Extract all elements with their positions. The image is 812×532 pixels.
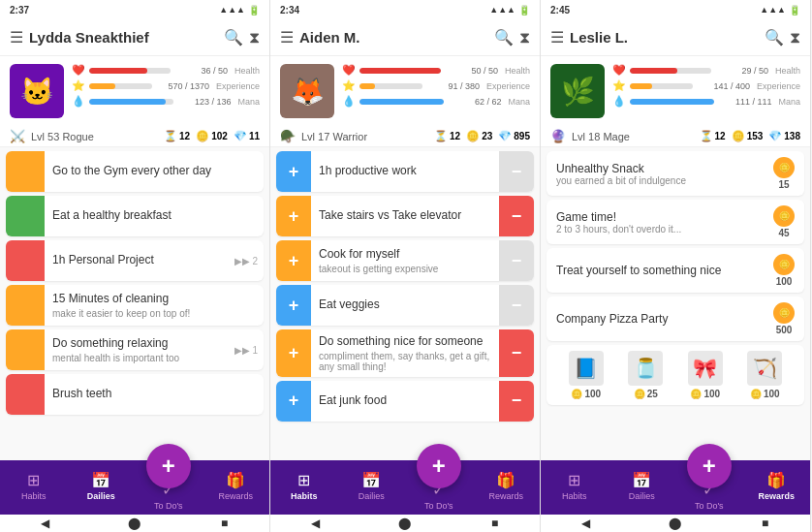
nav-item-rewards[interactable]: 🎁 Rewards	[743, 471, 811, 505]
bottom-nav: ⊞ Habits 📅 Dailies + ✓ To Do's 🎁 Rewards	[270, 460, 540, 515]
habit-minus-1[interactable]: −	[499, 196, 534, 236]
task-item-2[interactable]: 1h Personal Project ▶▶ 2	[6, 240, 264, 281]
bottom-nav: ⊞ Habits 📅 Dailies + ✓ To Do's 🎁 Rewards	[0, 460, 269, 515]
search-icon[interactable]: 🔍	[224, 28, 243, 47]
task-item-4[interactable]: Do something relaxing mental health is i…	[6, 329, 264, 370]
task-item-1[interactable]: Eat a healthy breakfast	[6, 196, 264, 236]
health-icon: ❤️	[72, 64, 85, 77]
task-title-3: 15 Minutes of cleaning	[52, 292, 256, 307]
character-stats: ❤️ 36 / 50 Health ⭐ 570 / 1370 Experienc…	[72, 64, 260, 108]
task-checkbox-0[interactable]	[6, 151, 45, 192]
task-checkbox-2[interactable]	[6, 240, 45, 281]
level-row: 🪖 Lvl 17 Warrior ⏳ 12 🪙 23 💎 895	[270, 126, 540, 147]
fab-plus-icon: +	[703, 453, 716, 480]
habit-plus-0[interactable]: +	[276, 151, 311, 192]
fab-plus-icon: +	[432, 453, 446, 480]
fab-button[interactable]: +	[417, 444, 461, 488]
home-indicator: ◀ ⬤ ■	[0, 515, 269, 532]
task-checkbox-1[interactable]	[6, 196, 45, 236]
habit-content-1: Take stairs vs Take elevator	[311, 196, 499, 236]
reward-coin-icon-2: 🪙	[773, 254, 795, 275]
nav-item-rewards[interactable]: 🎁 Rewards	[203, 471, 270, 505]
task-item-0[interactable]: Go to the Gym every other day	[6, 151, 264, 192]
task-content-0: Go to the Gym every other day	[45, 151, 264, 192]
habit-plus-5[interactable]: +	[276, 381, 311, 422]
fab-button[interactable]: +	[687, 444, 732, 488]
task-checkbox-4[interactable]	[6, 329, 45, 370]
exp-text: Experience	[216, 81, 260, 91]
health-icon: ❤️	[342, 64, 356, 77]
recents-button[interactable]: ■	[485, 514, 505, 532]
nav-item-rewards[interactable]: 🎁 Rewards	[473, 471, 541, 505]
filter-icon[interactable]: ⧗	[519, 29, 530, 47]
menu-icon[interactable]: ☰	[10, 28, 23, 47]
habit-content-0: 1h productive work	[311, 151, 499, 192]
reward-cost-1: 🪙 45	[773, 205, 795, 238]
menu-icon[interactable]: ☰	[550, 28, 564, 47]
reward-cost-2: 🪙 100	[773, 254, 795, 287]
nav-item-dailies[interactable]: 📅 Dailies	[609, 471, 676, 505]
nav-icon-3: 🎁	[766, 471, 786, 489]
nav-item-habits[interactable]: ⊞ Habits	[270, 471, 338, 505]
reward-item-3[interactable]: Company Pizza Party 🪙 500	[547, 297, 804, 341]
back-button[interactable]: ◀	[576, 514, 595, 532]
habit-plus-3[interactable]: +	[276, 285, 311, 326]
character-stats: ❤️ 29 / 50 Health ⭐ 141 / 400 Experience	[612, 64, 800, 108]
search-icon[interactable]: 🔍	[765, 28, 784, 47]
home-button[interactable]: ⬤	[395, 514, 415, 532]
currency-icon-0: ⏳	[434, 130, 448, 142]
currency-icon-1: 🪙	[732, 130, 745, 142]
exp-bar	[89, 83, 115, 89]
reward-item-1[interactable]: Game time! 2 to 3 hours, don't overdo it…	[547, 200, 804, 244]
task-checkbox-5[interactable]	[6, 374, 45, 415]
home-button[interactable]: ⬤	[666, 514, 685, 532]
home-indicator: ◀ ⬤ ■	[270, 515, 540, 532]
nav-item-habits[interactable]: ⊞ Habits	[0, 471, 68, 505]
equip-item-1[interactable]: 🫙 🪙 25	[628, 351, 663, 399]
habit-minus-2[interactable]: −	[499, 240, 534, 281]
habit-plus-2[interactable]: +	[276, 240, 311, 281]
reward-item-0[interactable]: Unhealthy Snack you earned a bit of indu…	[547, 151, 804, 196]
recents-button[interactable]: ■	[215, 514, 234, 532]
exp-bar	[630, 83, 652, 89]
menu-icon[interactable]: ☰	[280, 28, 294, 47]
habit-minus-4[interactable]: −	[499, 329, 534, 377]
equip-icon-3: 🏹	[747, 351, 782, 386]
habit-minus-3[interactable]: −	[499, 285, 534, 326]
reward-coin-icon-0: 🪙	[773, 157, 795, 178]
nav-item-dailies[interactable]: 📅 Dailies	[68, 471, 136, 505]
habit-minus-0[interactable]: −	[499, 151, 534, 192]
habit-minus-5[interactable]: −	[499, 381, 534, 422]
habit-content-4: Do something nice for someone compliment…	[311, 329, 499, 377]
currency-item-0: ⏳ 12	[164, 130, 190, 142]
task-item-5[interactable]: Brush teeth	[6, 374, 264, 415]
nav-item-dailies[interactable]: 📅 Dailies	[338, 471, 406, 505]
task-checkbox-3[interactable]	[6, 285, 45, 326]
fab-button[interactable]: +	[146, 444, 191, 488]
reward-item-2[interactable]: Treat yourself to something nice 🪙 100	[547, 248, 804, 293]
mana-row: 💧 123 / 136 Mana	[72, 95, 260, 108]
mana-bar	[630, 99, 714, 105]
mana-bar-container	[630, 99, 714, 105]
avatar-image: 🦊	[280, 64, 334, 118]
search-icon[interactable]: 🔍	[494, 28, 514, 47]
home-button[interactable]: ⬤	[125, 514, 144, 532]
back-button[interactable]: ◀	[35, 514, 54, 532]
nav-item-habits[interactable]: ⊞ Habits	[541, 471, 609, 505]
recents-button[interactable]: ■	[756, 514, 775, 532]
equip-item-2[interactable]: 🎀 🪙 100	[688, 351, 723, 399]
filter-icon[interactable]: ⧗	[790, 29, 800, 47]
equip-item-0[interactable]: 📘 🪙 100	[569, 351, 604, 399]
level-row: ⚔️ Lvl 53 Rogue ⏳ 12 🪙 102 💎 11	[0, 126, 269, 147]
back-button[interactable]: ◀	[305, 514, 325, 532]
reward-coin-icon-1: 🪙	[773, 205, 795, 227]
reward-title-1: Game time!	[556, 210, 773, 224]
habit-plus-4[interactable]: +	[276, 329, 311, 377]
habit-plus-1[interactable]: +	[276, 196, 311, 236]
status-bar: 2:34 ▲▲▲ 🔋	[270, 0, 540, 19]
equip-icon-0: 📘	[569, 351, 604, 386]
equip-item-3[interactable]: 🏹 🪙 100	[747, 351, 782, 399]
habit-content-5: Eat junk food	[311, 381, 499, 422]
task-item-3[interactable]: 15 Minutes of cleaning make it easier to…	[6, 285, 264, 326]
filter-icon[interactable]: ⧗	[249, 29, 260, 47]
